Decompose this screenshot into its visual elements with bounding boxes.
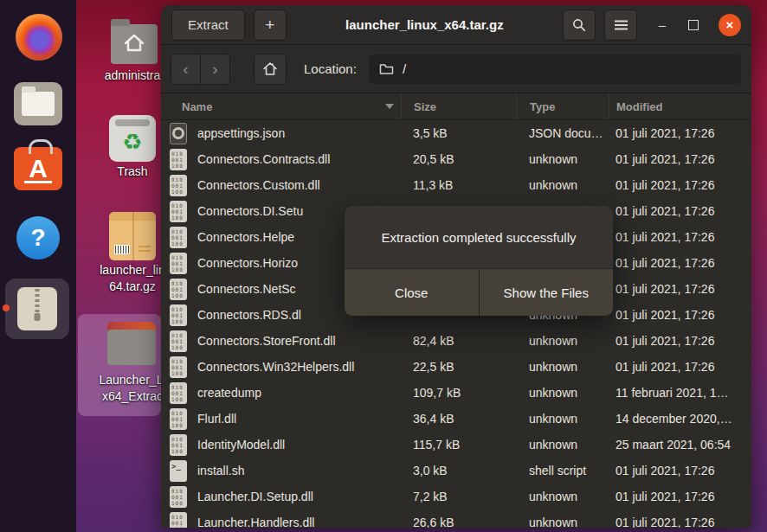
- binary-file-icon: 010001100: [170, 279, 187, 300]
- file-row[interactable]: 010001100Launcher.DI.Setup.dll7,2 kBunkn…: [161, 484, 751, 510]
- file-size: 20,5 kB: [401, 146, 516, 172]
- home-icon: [262, 61, 278, 76]
- file-name-cell: 010001100Connectors.Contracts.dll: [161, 146, 401, 172]
- desktop-icon-trash[interactable]: ♻: [109, 115, 156, 162]
- file-size: 3,5 kB: [401, 120, 516, 146]
- close-button[interactable]: ×: [719, 14, 741, 36]
- column-header-size[interactable]: Size: [401, 93, 516, 119]
- archive-manager-dock-item[interactable]: [5, 279, 69, 339]
- desktop-icon-extracted-folder[interactable]: [107, 322, 156, 365]
- file-name: Connectors.Horizo: [197, 256, 298, 270]
- file-row[interactable]: 010001100IdentityModel.dll115,7 kBunknow…: [161, 432, 751, 458]
- binary-file-icon: 010001100: [170, 486, 187, 508]
- file-row[interactable]: 010001100createdump109,7 kBunknown11 feb…: [161, 380, 751, 406]
- forward-button[interactable]: ›: [200, 54, 229, 84]
- column-header-type[interactable]: Type: [516, 93, 609, 119]
- file-modified: 14 december 2020,…: [609, 406, 751, 432]
- extract-button[interactable]: Extract: [171, 10, 245, 41]
- file-modified: 11 februari 2021, 1…: [609, 380, 751, 406]
- file-type: unknown: [516, 510, 609, 528]
- ubuntu-software-icon[interactable]: A: [14, 147, 62, 190]
- file-list: appsettings.json3,5 kBJSON docu…01 juli …: [161, 120, 751, 528]
- binary-file-icon: 010001100: [170, 201, 187, 222]
- file-size: 82,4 kB: [401, 328, 516, 354]
- file-modified: 01 juli 2021, 17:26: [609, 224, 751, 250]
- file-name: createdump: [197, 386, 261, 400]
- dock: A ?: [0, 0, 76, 532]
- dialog-show-files-button[interactable]: Show the Files: [479, 269, 614, 316]
- dialog-buttons: Close Show the Files: [345, 268, 613, 316]
- sort-descending-icon: [385, 104, 394, 109]
- file-type: unknown: [516, 354, 609, 380]
- file-name: Connectors.StoreFront.dll: [197, 334, 336, 348]
- help-icon[interactable]: ?: [16, 216, 60, 260]
- location-input[interactable]: /: [369, 54, 741, 84]
- window-title: launcher_linux_x64.tar.gz: [295, 17, 554, 32]
- recycle-icon: ♻: [109, 129, 156, 155]
- file-row[interactable]: 010001100Connectors.Win32Helpers.dll22,5…: [161, 354, 751, 380]
- file-modified: 01 juli 2021, 17:26: [609, 198, 751, 224]
- file-modified: 25 maart 2021, 06:54: [609, 432, 751, 458]
- files-app-icon[interactable]: [14, 82, 62, 125]
- file-size: 109,7 kB: [401, 380, 516, 406]
- file-name-cell: appsettings.json: [161, 120, 401, 146]
- binary-file-icon: 010001100: [170, 512, 187, 529]
- file-name: Connectors.RDS.dl: [197, 308, 301, 322]
- file-name: Flurl.dll: [197, 412, 236, 426]
- column-header-name[interactable]: Name: [161, 93, 401, 119]
- file-row[interactable]: 010001100Launcher.Handlers.dll26,6 kBunk…: [161, 510, 751, 528]
- file-row[interactable]: appsettings.json3,5 kBJSON docu…01 juli …: [161, 120, 751, 146]
- file-modified: 01 juli 2021, 17:26: [609, 302, 751, 328]
- file-name: appsettings.json: [197, 126, 285, 140]
- running-indicator: [3, 304, 10, 311]
- file-name-cell: 010001100Connectors.StoreFront.dll: [161, 328, 401, 354]
- file-modified: 01 juli 2021, 17:26: [609, 146, 751, 172]
- file-row[interactable]: 010001100Connectors.StoreFront.dll82,4 k…: [161, 328, 751, 354]
- file-name: Connectors.Custom.dll: [197, 178, 320, 192]
- file-type: unknown: [516, 328, 609, 354]
- file-type: unknown: [516, 484, 609, 510]
- file-size: 3,0 kB: [401, 458, 516, 484]
- column-header-modified[interactable]: Modified: [609, 93, 751, 119]
- file-size: 26,6 kB: [401, 510, 516, 528]
- file-row[interactable]: >_install.sh3,0 kBshell script01 juli 20…: [161, 458, 751, 484]
- desktop-icon-archive-package[interactable]: [109, 212, 156, 260]
- binary-file-icon: 010001100: [170, 175, 187, 196]
- maximize-button[interactable]: [682, 14, 705, 36]
- file-modified: 01 juli 2021, 17:26: [609, 276, 751, 302]
- binary-file-icon: 010001100: [170, 330, 187, 352]
- file-name-cell: 010001100Launcher.DI.Setup.dll: [161, 484, 401, 510]
- package-label-lines: [139, 246, 151, 253]
- folder-glyph: [22, 92, 55, 116]
- firefox-icon[interactable]: [16, 14, 62, 61]
- binary-file-icon: 010001100: [170, 356, 187, 378]
- desktop-icon-home-folder[interactable]: [111, 24, 158, 64]
- back-button[interactable]: ‹: [171, 54, 200, 84]
- location-bar: ‹ › Location: /: [161, 45, 751, 93]
- search-button[interactable]: [563, 10, 596, 41]
- file-name: Connectors.Win32Helpers.dll: [197, 360, 354, 374]
- zipper-pull: [35, 313, 41, 321]
- file-type: unknown: [516, 406, 609, 432]
- file-name-cell: 010001100Launcher.Handlers.dll: [161, 510, 401, 528]
- file-row[interactable]: 010001100Flurl.dll36,4 kBunknown14 decem…: [161, 406, 751, 432]
- menu-button[interactable]: [604, 10, 637, 41]
- file-name-cell: >_install.sh: [161, 458, 401, 484]
- folder-front: [107, 330, 156, 365]
- minimize-button[interactable]: –: [651, 14, 674, 36]
- file-modified: 01 juli 2021, 17:26: [609, 328, 751, 354]
- file-type: JSON docu…: [516, 120, 609, 146]
- dialog-message: Extraction completed successfully: [345, 206, 613, 268]
- file-name-cell: 010001100Connectors.Custom.dll: [161, 172, 401, 198]
- file-name: IdentityModel.dll: [197, 438, 285, 452]
- binary-file-icon: 010001100: [170, 408, 187, 430]
- dialog-close-button[interactable]: Close: [345, 269, 479, 316]
- file-row[interactable]: 010001100Connectors.Custom.dll11,3 kBunk…: [161, 172, 751, 198]
- home-button[interactable]: [254, 54, 287, 85]
- file-row[interactable]: 010001100Connectors.Contracts.dll20,5 kB…: [161, 146, 751, 172]
- add-files-button[interactable]: +: [254, 10, 287, 41]
- file-size: 7,2 kB: [401, 484, 516, 510]
- binary-file-icon: 010001100: [170, 304, 187, 326]
- file-modified: 01 juli 2021, 17:26: [609, 172, 751, 198]
- file-type: shell script: [516, 458, 609, 484]
